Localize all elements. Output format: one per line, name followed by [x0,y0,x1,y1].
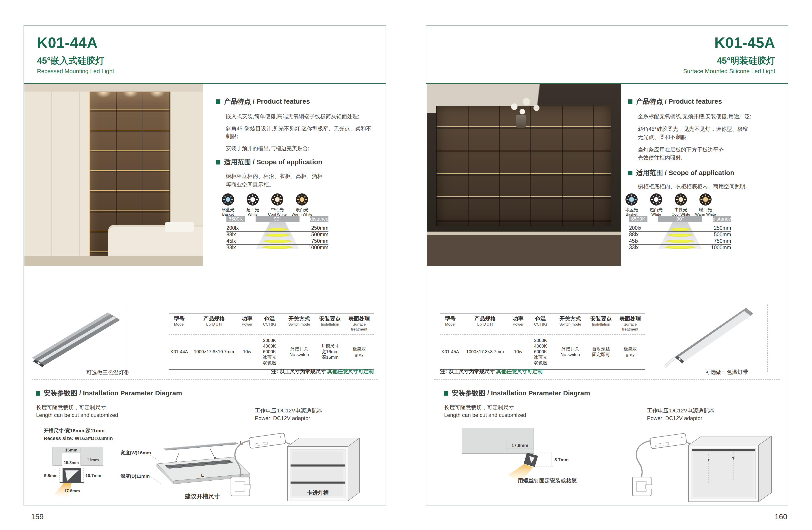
cell-power: 10w [238,338,256,366]
feature-line: 全系标配无氧铜线,无须开槽,安装便捷,用途广泛; [638,113,777,120]
dim-height-label: 8.7mm [554,457,568,462]
distance-value: 1000mm [308,245,329,251]
photo-wardrobe [25,92,89,256]
spec-table-header: 型号Model 产品规格L x D x H 功率Power 色温CCT(K) 开… [440,313,645,335]
header-divider [24,83,386,84]
scope-heading-label: 适用范围 / Scope of application [224,157,322,167]
power-note-cn: 工作电压:DC12V电源适配器 [647,407,714,414]
cct-item-iceblue: 冰蓝光 Basket [217,193,239,217]
page-number-left: 159 [31,512,44,521]
sun-icon [650,193,662,206]
profile-caption: 可选做三色温灯带 [695,368,758,376]
scope-heading-label: 适用范围 / Scope of application [636,168,734,178]
photometric-row: 33lx1000mm [227,245,329,251]
scope-line: 橱柜柜底柜内、衣柜柜底柜内、商用空间照明。 [638,182,777,191]
product-title-cn: 45°嵌入式硅胶灯 [37,56,114,66]
mount-caption: 用螺丝钉固定安装或粘胶 [518,477,577,484]
distance-value: 750mm [714,238,731,244]
features-heading: 产品特点 / Product features [628,97,722,106]
cct-icon-row: 冰蓝光 Basket 超白光 White 中性光 Cool White 暖白光 … [621,193,716,217]
photometric-row: 200lx250mm [629,225,731,232]
cell-surface: 极简灰grey [345,338,374,366]
cut-note-cn: 长度可随意裁切，可定制尺寸 [36,404,106,411]
dim-top-label: 16mm [65,448,77,452]
dim-inner-label: 15.8mm [64,460,79,465]
note-custom: 其他任意尺寸可定制 [327,368,374,374]
adapter-cabinet-diagram: 卡进灯槽 [220,427,366,505]
feature-line: 当灯条应用在层板的下方于板边平齐 [638,145,777,154]
scope-line: 等商业空间展示柜。 [226,180,372,189]
note-regular: 注: 以上尺寸为常规尺寸 [440,368,496,374]
col-header-en: Power [238,322,256,327]
cell-model: K01-44A [169,338,190,366]
lux-value: 45lx [227,238,236,244]
cct-label-cn: 暖白光 [291,207,313,212]
header-divider [426,83,788,84]
photometric-row: 45lx750mm [629,238,731,245]
col-header: 产品规格 [190,315,238,322]
cell-surface: 极简灰grey [615,338,645,366]
col-header-en: Switch mode [554,322,586,327]
photometric-row: 88lx500mm [629,232,731,238]
col-header-en: CCT(K) [527,322,554,327]
spec-table: 型号Model 产品规格L x D x H 功率Power 色温CCT(K) 开… [169,313,374,369]
col-header: 安装要点 [316,315,345,322]
cct-item-iceblue: 冰蓝光 Basket [621,193,642,217]
cell-model: K01-45A [440,338,461,366]
photo-spotlight [96,92,112,98]
col-header-en: Surface treatment [345,322,374,332]
lux-value: 88lx [629,232,638,238]
photo-island [426,235,621,266]
scope-text: 橱柜柜底柜内、衣柜柜底柜内、商用空间照明。 [638,182,777,191]
section-bullet-icon [628,99,633,104]
photo-spotlight [149,92,165,98]
photometric-chart: 6500K 90° distance 200lx250mm 88lx500mm … [227,216,329,254]
lux-value: 33lx [227,245,236,251]
cell-cct: 3000K4000K6000K冰蓝光双色温 [527,338,554,366]
col-header: 表面处理 [345,315,374,322]
col-header: 色温 [256,315,283,322]
cell-install: 开槽尺寸宽16mm深16mm [316,338,345,366]
cct-label-cn: 超白光 [242,207,263,212]
spec-table-row: K01-45A 1000×17.8×8.7mm 10w 3000K4000K60… [440,335,645,369]
groove-caption: 建议开槽尺寸 [185,493,220,500]
profile-render-image [663,304,757,371]
distance-value: 250mm [714,225,731,231]
cell-switch: 外接开关No switch [554,338,586,366]
col-header-en: Installation [316,322,345,327]
model-title: K01-44A [37,34,114,51]
cct-label-cn: 暖白光 [695,207,716,212]
dim-width-label: 17.8mm [511,443,528,448]
features-text: 嵌入式安装,简单便捷,高端无氧铜端子线极简灰铝面处理; 斜角45°防炫目设计,见… [226,113,372,157]
size-note: 注: 以上尺寸为常规尺寸 其他任意尺寸可定制 [169,368,374,375]
install-heading: 安装参数图 / Installation Parameter Diagram [35,389,182,398]
photo-counter-top [426,232,621,235]
dim-right-label: 10.7mm [85,473,101,478]
spec-table-header: 型号Model 产品规格L x D x H 功率Power 色温CCT(K) 开… [169,313,374,335]
col-header-en: CCT(K) [256,322,283,327]
photometric-chart: 6500K 90° distance 200lx250mm 88lx500mm … [629,216,731,254]
model-title: K01-45A [683,34,775,51]
features-heading-label: 产品特点 / Product features [224,97,310,106]
col-header: 型号 [169,315,190,322]
page-header-left: K01-44A 45°嵌入式硅胶灯 Recessed Mounting Led … [37,34,114,74]
cell-switch: 外接开关No switch [283,338,316,366]
cct-item-warmwhite: 暖白光 Warm White [695,193,716,217]
cell-size: 1000×17.8×10.7mm [190,338,238,366]
cct-label-cn: 冰蓝光 [621,207,642,212]
photo-flowers [504,93,545,118]
power-note-en: Power: DC12V adaptor [647,415,702,422]
kelvin-bar: 6500K [629,216,648,222]
length-label: L [201,473,204,478]
col-header-en: Model [440,322,461,327]
sun-icon [699,193,712,206]
col-header: 开关方式 [283,315,316,322]
col-header: 功率 [238,315,256,322]
cut-note-cn: 长度可随意裁切，可定制尺寸 [444,404,514,411]
room-photo-closet [426,84,621,266]
photo-ceiling [25,84,203,92]
board-width-label: 宽度(W)16mm [120,450,151,455]
product-title-en: Recessed Mounting Led Light [37,68,114,74]
distance-bar: distance [310,216,329,222]
install-heading-label: 安装参数图 / Installation Parameter Diagram [44,389,182,398]
